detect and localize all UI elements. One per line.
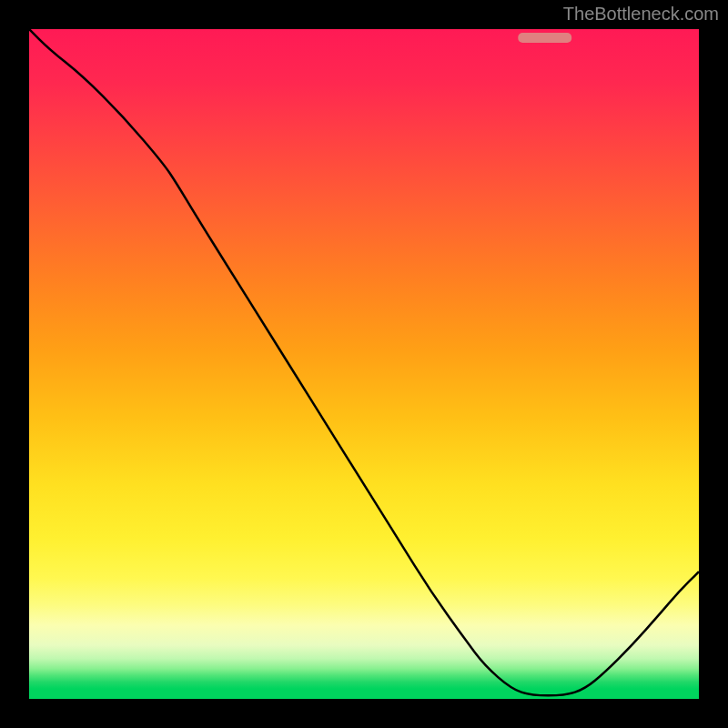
gradient-background: [29, 29, 699, 699]
watermark-text: TheBottleneck.com: [563, 4, 719, 25]
chart-svg: [29, 29, 699, 699]
chart-area: [29, 29, 699, 699]
bottleneck-marker: [518, 33, 571, 43]
